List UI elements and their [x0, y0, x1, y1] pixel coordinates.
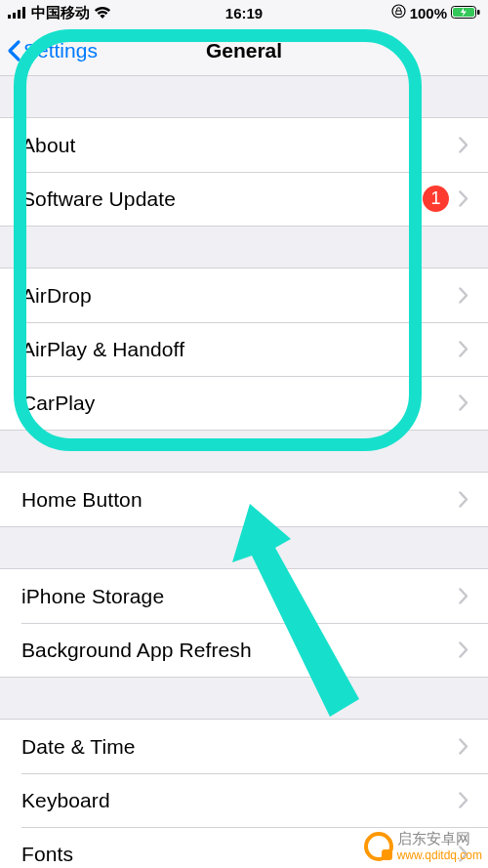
watermark-url: www.qditdq.com [397, 848, 482, 862]
watermark-text: 启东安卓网 [397, 830, 470, 847]
row-label: About [21, 134, 459, 157]
chevron-right-icon [459, 394, 468, 411]
row-airdrop[interactable]: AirDrop [0, 269, 488, 322]
status-bar: 中国移动 16:19 100% [0, 0, 488, 25]
svg-rect-3 [22, 7, 25, 19]
svg-rect-1 [13, 13, 16, 19]
row-background-app-refresh[interactable]: Background App Refresh [0, 623, 488, 677]
svg-rect-0 [8, 15, 11, 19]
wifi-icon [94, 5, 111, 21]
settings-group: iPhone Storage Background App Refresh [0, 568, 488, 678]
row-home-button[interactable]: Home Button [0, 473, 488, 526]
row-airplay-handoff[interactable]: AirPlay & Handoff [0, 322, 488, 376]
row-label: Background App Refresh [21, 639, 459, 662]
row-label: Home Button [21, 488, 459, 512]
battery-label: 100% [410, 5, 447, 21]
row-label: Software Update [21, 187, 423, 211]
chevron-right-icon [459, 641, 468, 658]
row-date-time[interactable]: Date & Time [0, 720, 488, 773]
chevron-right-icon [459, 491, 468, 508]
battery-icon [451, 5, 480, 21]
row-label: Date & Time [21, 735, 459, 759]
row-about[interactable]: About [0, 118, 488, 172]
row-label: AirDrop [21, 284, 459, 308]
row-keyboard[interactable]: Keyboard [0, 773, 488, 827]
row-label: CarPlay [21, 392, 459, 415]
settings-group: AirDrop AirPlay & Handoff CarPlay [0, 268, 488, 431]
settings-group: Home Button [0, 472, 488, 527]
row-carplay[interactable]: CarPlay [0, 376, 488, 430]
row-label: Keyboard [21, 789, 459, 812]
chevron-right-icon [459, 287, 468, 304]
back-button[interactable]: Settings [0, 39, 98, 62]
row-software-update[interactable]: Software Update 1 [0, 172, 488, 226]
chevron-right-icon [459, 137, 468, 153]
svg-rect-2 [18, 10, 20, 19]
nav-bar: Settings General [0, 25, 488, 76]
carrier-label: 中国移动 [31, 4, 90, 22]
chevron-right-icon [459, 738, 468, 755]
row-label: AirPlay & Handoff [21, 338, 459, 361]
status-right: 100% [391, 4, 480, 21]
status-left: 中国移动 [8, 4, 111, 22]
notification-badge: 1 [423, 186, 449, 212]
row-label: iPhone Storage [21, 585, 459, 608]
chevron-right-icon [459, 588, 468, 604]
svg-rect-7 [477, 10, 480, 15]
watermark-logo-icon [364, 832, 393, 861]
row-iphone-storage[interactable]: iPhone Storage [0, 569, 488, 623]
page-title: General [206, 39, 282, 62]
chevron-right-icon [459, 792, 468, 808]
watermark: 启东安卓网 www.qditdq.com [364, 830, 482, 862]
signal-icon [8, 5, 27, 21]
back-label: Settings [23, 39, 98, 62]
orientation-lock-icon [391, 4, 406, 21]
status-time: 16:19 [225, 5, 263, 21]
chevron-right-icon [459, 190, 468, 207]
chevron-right-icon [459, 341, 468, 357]
chevron-left-icon [6, 39, 21, 62]
settings-group: About Software Update 1 [0, 117, 488, 227]
